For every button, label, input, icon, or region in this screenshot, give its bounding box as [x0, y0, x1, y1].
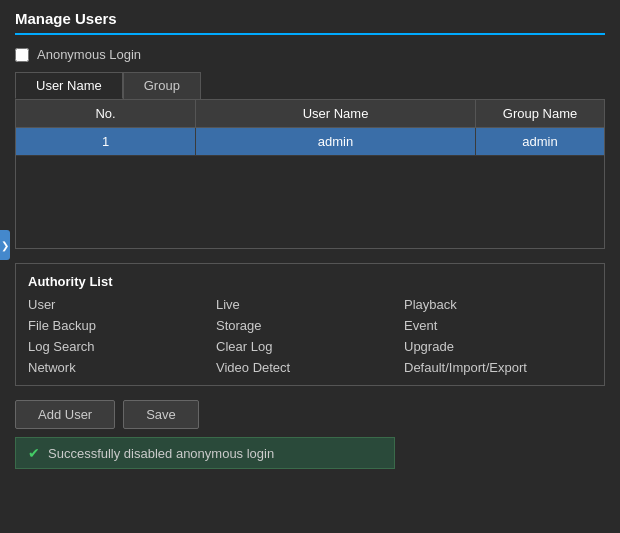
anonymous-row: Anonymous Login	[15, 47, 605, 62]
success-bar: ✔ Successfully disabled anonymous login	[15, 437, 395, 469]
table-header: No. User Name Group Name	[16, 100, 604, 128]
side-arrow[interactable]: ❯	[0, 230, 10, 260]
authority-clear-log: Clear Log	[216, 339, 404, 354]
anonymous-login-label: Anonymous Login	[37, 47, 141, 62]
title-underline	[15, 33, 605, 35]
anonymous-login-checkbox[interactable]	[15, 48, 29, 62]
add-user-button[interactable]: Add User	[15, 400, 115, 429]
authority-storage: Storage	[216, 318, 404, 333]
check-icon: ✔	[28, 445, 40, 461]
col-groupname: Group Name	[476, 100, 604, 127]
save-button[interactable]: Save	[123, 400, 199, 429]
authority-section: Authority List User Live Playback File B…	[15, 263, 605, 386]
authority-log-search: Log Search	[28, 339, 216, 354]
authority-upgrade: Upgrade	[404, 339, 592, 354]
tabs-row: User Name Group	[15, 72, 605, 99]
cell-no: 1	[16, 128, 196, 155]
authority-event: Event	[404, 318, 592, 333]
tab-username[interactable]: User Name	[15, 72, 123, 99]
authority-file-backup: File Backup	[28, 318, 216, 333]
table-body: 1 admin admin	[16, 128, 604, 248]
authority-user: User	[28, 297, 216, 312]
page-title: Manage Users	[15, 10, 605, 27]
authority-live: Live	[216, 297, 404, 312]
authority-playback: Playback	[404, 297, 592, 312]
authority-network: Network	[28, 360, 216, 375]
authority-grid: User Live Playback File Backup Storage E…	[28, 297, 592, 375]
authority-default-import-export: Default/Import/Export	[404, 360, 592, 375]
col-no: No.	[16, 100, 196, 127]
table-row[interactable]: 1 admin admin	[16, 128, 604, 156]
buttons-row: Add User Save	[15, 400, 605, 429]
cell-groupname: admin	[476, 128, 604, 155]
success-message: Successfully disabled anonymous login	[48, 446, 274, 461]
cell-username: admin	[196, 128, 476, 155]
col-username: User Name	[196, 100, 476, 127]
tab-group[interactable]: Group	[123, 72, 201, 99]
users-table: No. User Name Group Name 1 admin admin	[15, 99, 605, 249]
authority-video-detect: Video Detect	[216, 360, 404, 375]
authority-title: Authority List	[28, 274, 592, 289]
main-container: Manage Users Anonymous Login User Name G…	[0, 0, 620, 533]
